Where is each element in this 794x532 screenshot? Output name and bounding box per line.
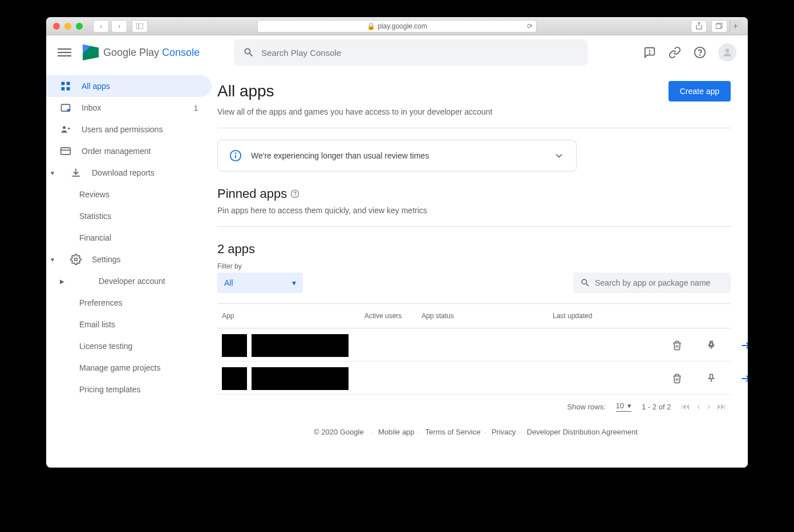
help-icon[interactable] — [693, 46, 707, 59]
prev-page-button[interactable]: ‹ — [697, 401, 700, 412]
apps-icon — [60, 80, 71, 92]
notice-banner[interactable]: We're experiencing longer than usual rev… — [217, 140, 577, 172]
card-icon — [60, 145, 71, 157]
sidebar-item-inbox[interactable]: Inbox 1 — [46, 97, 212, 119]
sidebar-item-users[interactable]: Users and permissions — [46, 119, 212, 140]
create-app-button[interactable]: Create app — [669, 81, 731, 101]
feedback-icon[interactable] — [643, 46, 657, 59]
delete-button[interactable] — [667, 335, 687, 356]
maximize-window[interactable] — [76, 23, 83, 30]
first-page-button[interactable]: ⏮ — [681, 401, 690, 412]
pin-icon — [706, 340, 716, 351]
window-controls — [53, 23, 83, 30]
open-button[interactable] — [735, 335, 748, 356]
page-range: 1 - 2 of 2 — [642, 403, 671, 411]
footer-tos[interactable]: Terms of Service — [426, 428, 481, 436]
sidebar-item-orders[interactable]: Order management — [46, 140, 212, 162]
th-status: App status — [422, 312, 553, 320]
avatar[interactable] — [718, 43, 736, 62]
search-icon — [580, 278, 590, 288]
chevron-down-icon[interactable] — [553, 150, 565, 161]
svg-rect-15 — [61, 148, 71, 155]
sidebar-item-statistics[interactable]: Statistics — [46, 205, 212, 227]
apps-table: App Active users App status Last updated — [217, 303, 731, 395]
minimize-window[interactable] — [64, 23, 71, 30]
footer-privacy[interactable]: Privacy — [492, 428, 516, 436]
tabs-button[interactable] — [711, 20, 727, 33]
page-subtitle: View all of the apps and games you have … — [217, 107, 731, 116]
help-circle-icon[interactable] — [290, 189, 299, 198]
chevron-right-icon: ▶ — [60, 278, 68, 285]
url-bar[interactable]: 🔒 play.google.com ⟳ — [257, 20, 537, 33]
search-input[interactable] — [261, 48, 578, 58]
sidebar-item-devaccount[interactable]: ▶ Developer account — [46, 270, 212, 292]
rows-selector[interactable]: 10 ▾ — [616, 401, 631, 412]
new-tab-button[interactable]: + — [730, 20, 741, 33]
arrow-right-icon — [740, 373, 748, 384]
delete-button[interactable] — [667, 368, 687, 389]
sidebar-label: Settings — [92, 255, 121, 264]
sidebar-item-preferences[interactable]: Preferences — [46, 292, 212, 314]
hamburger-menu[interactable] — [58, 46, 71, 59]
th-app: App — [222, 312, 364, 320]
logo[interactable]: Google Play Console — [83, 44, 200, 60]
sidebar-item-pricing[interactable]: Pricing templates — [46, 379, 212, 400]
filter-value: All — [224, 278, 233, 287]
sidebar-item-download[interactable]: ▼ Download reports — [46, 162, 212, 184]
pin-button[interactable] — [701, 335, 722, 356]
svg-point-13 — [67, 109, 70, 112]
sidebar-label: Order management — [82, 147, 151, 156]
inbox-icon — [60, 102, 71, 113]
filter-label: Filter by — [217, 262, 303, 270]
open-button[interactable] — [735, 368, 748, 389]
close-window[interactable] — [53, 23, 60, 30]
share-button[interactable] — [691, 20, 707, 33]
link-icon[interactable] — [668, 46, 682, 59]
forward-button[interactable]: › — [111, 20, 127, 33]
notice-text: We're experiencing longer than usual rev… — [251, 151, 544, 160]
pinned-apps-subtitle: Pin apps here to access them quickly, an… — [217, 206, 731, 215]
table-row[interactable] — [217, 362, 731, 395]
sidebar-label: Pricing templates — [79, 385, 140, 394]
svg-point-17 — [75, 258, 78, 261]
filter-dropdown[interactable]: All ▾ — [217, 273, 303, 293]
back-button[interactable]: ‹ — [93, 20, 109, 33]
svg-rect-0 — [136, 23, 143, 29]
svg-point-6 — [700, 55, 700, 55]
svg-point-14 — [63, 126, 66, 129]
page-title: All apps — [217, 82, 274, 100]
sidebar-label: Reviews — [79, 190, 110, 199]
users-icon — [60, 124, 71, 135]
next-page-button[interactable]: › — [707, 401, 710, 412]
sidebar-item-emaillists[interactable]: Email lists — [46, 314, 212, 335]
trash-icon — [672, 373, 682, 384]
svg-point-20 — [236, 153, 236, 153]
url-text: play.google.com — [378, 22, 427, 30]
sidebar-toggle[interactable] — [132, 20, 148, 33]
reload-icon[interactable]: ⟳ — [527, 22, 533, 30]
play-logo-icon — [83, 44, 99, 60]
sidebar-item-license[interactable]: License testing — [46, 335, 212, 357]
sidebar-item-allapps[interactable]: All apps — [46, 75, 212, 97]
sidebar-label: Preferences — [79, 298, 122, 307]
main-content: All apps Create app View all of the apps… — [217, 70, 748, 468]
footer-dda[interactable]: Developer Distribution Agreement — [527, 428, 638, 436]
app-icon-redacted — [222, 334, 247, 357]
copyright: © 2020 Google — [314, 428, 364, 436]
app-search-box[interactable] — [573, 273, 731, 293]
app-search-input[interactable] — [595, 278, 724, 287]
global-search[interactable] — [234, 39, 588, 66]
table-row[interactable] — [217, 328, 731, 362]
sidebar-item-reviews[interactable]: Reviews — [46, 184, 212, 205]
show-rows-label: Show rows: — [567, 403, 605, 411]
footer-mobile[interactable]: Mobile app — [378, 428, 415, 436]
svg-point-7 — [726, 48, 730, 52]
sidebar-item-gameprojects[interactable]: Manage game projects — [46, 357, 212, 379]
last-page-button[interactable]: ⏭ — [717, 401, 726, 412]
info-icon — [229, 149, 242, 162]
pin-button[interactable] — [701, 368, 722, 389]
sidebar-item-settings[interactable]: ▼ Settings — [46, 249, 212, 270]
pagination: Show rows: 10 ▾ 1 - 2 of 2 ⏮ ‹ › ⏭ — [217, 395, 731, 419]
sidebar-label: Statistics — [79, 212, 111, 221]
sidebar-item-financial[interactable]: Financial — [46, 227, 212, 249]
